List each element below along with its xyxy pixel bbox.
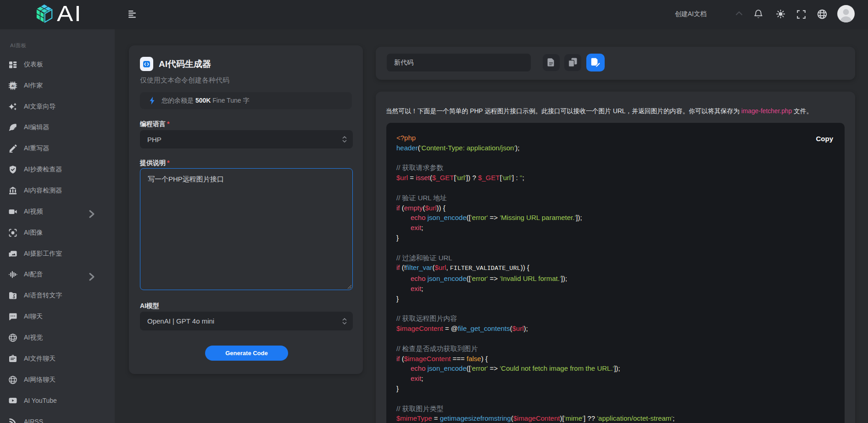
svg-text:AI: AI: [11, 84, 15, 87]
